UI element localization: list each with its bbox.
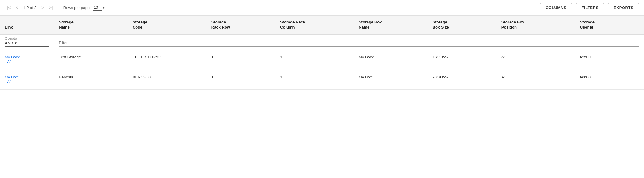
next-page-button[interactable]: >: [39, 4, 46, 12]
cell-storage-name: Bench00: [54, 69, 128, 89]
next-page-icon: >: [41, 5, 44, 11]
col-header-storage-name: StorageName: [54, 16, 128, 35]
col-header-box-pos: Storage BoxPosition: [497, 16, 575, 35]
cell-rack-row: 1: [207, 49, 275, 69]
row1-link[interactable]: My Box2- A1: [5, 55, 20, 64]
cell-box-size: 1 x 1 box: [428, 49, 497, 69]
cell-box-pos: A1: [497, 69, 575, 89]
col-header-box-size: StorageBox Size: [428, 16, 497, 35]
row2-link[interactable]: My Box1- A1: [5, 75, 20, 84]
cell-storage-name: Test Storage: [54, 49, 128, 69]
operator-select-wrapper: AND OR ▼: [5, 41, 49, 47]
cell-rack-col: 1: [275, 49, 354, 69]
rows-per-page-select[interactable]: 10 25 50 100: [93, 5, 102, 11]
prev-page-icon: <: [16, 5, 18, 11]
cell-storage-code: TEST_STORAGE: [128, 49, 207, 69]
table-row: My Box1- A1 Bench00 BENCH00 1 1 My Box1 …: [0, 69, 644, 89]
columns-button[interactable]: COLUMNS: [540, 3, 572, 12]
cell-storage-code: BENCH00: [128, 69, 207, 89]
rows-select-arrow-icon: ▼: [102, 6, 105, 9]
rows-per-page-control: Rows per page: 10 25 50 100 ▼: [63, 5, 105, 11]
first-page-button[interactable]: |<: [5, 4, 13, 12]
last-page-button[interactable]: >|: [47, 4, 55, 12]
cell-link: My Box2- A1: [0, 49, 54, 69]
filter-row: Operator AND OR ▼: [0, 35, 644, 49]
page-info: 1-2 of 2: [21, 5, 38, 10]
rows-per-page-label: Rows per page:: [63, 5, 91, 10]
cell-box-size: 9 x 9 box: [428, 69, 497, 89]
filters-button[interactable]: FILTERS: [576, 3, 605, 12]
cell-link: My Box1- A1: [0, 69, 54, 89]
col-header-box-name: Storage BoxName: [354, 16, 428, 35]
col-header-user-id: StorageUser Id: [575, 16, 644, 35]
cell-rack-row: 1: [207, 69, 275, 89]
data-table: Link StorageName StorageCode StorageRack…: [0, 16, 644, 90]
operator-label: Operator: [5, 37, 49, 40]
last-page-icon: >|: [49, 5, 53, 11]
table-container: Link StorageName StorageCode StorageRack…: [0, 16, 644, 90]
col-header-storage-code: StorageCode: [128, 16, 207, 35]
cell-user-id: test00: [575, 49, 644, 69]
cell-user-id: test00: [575, 69, 644, 89]
cell-box-name: My Box2: [354, 49, 428, 69]
table-row: My Box2- A1 Test Storage TEST_STORAGE 1 …: [0, 49, 644, 69]
col-header-link: Link: [0, 16, 54, 35]
pagination-controls: |< < 1-2 of 2 > >|: [5, 4, 55, 12]
table-header-row: Link StorageName StorageCode StorageRack…: [0, 16, 644, 35]
operator-cell: Operator AND OR ▼: [0, 35, 54, 49]
col-header-rack-row: StorageRack Row: [207, 16, 275, 35]
cell-box-name: My Box1: [354, 69, 428, 89]
first-page-icon: |<: [7, 5, 11, 11]
cell-rack-col: 1: [275, 69, 354, 89]
filter-input-cell: [54, 35, 644, 49]
operator-select[interactable]: AND OR: [5, 41, 14, 45]
col-header-rack-col: Storage RackColumn: [275, 16, 354, 35]
exports-button[interactable]: EXPORTS: [608, 3, 639, 12]
cell-box-pos: A1: [497, 49, 575, 69]
operator-arrow-icon: ▼: [14, 41, 17, 45]
toolbar: |< < 1-2 of 2 > >| Rows per page: 10 25 …: [0, 0, 644, 16]
prev-page-button[interactable]: <: [14, 4, 20, 12]
filter-input[interactable]: [59, 39, 639, 47]
rows-select-wrapper: 10 25 50 100 ▼: [93, 5, 105, 11]
